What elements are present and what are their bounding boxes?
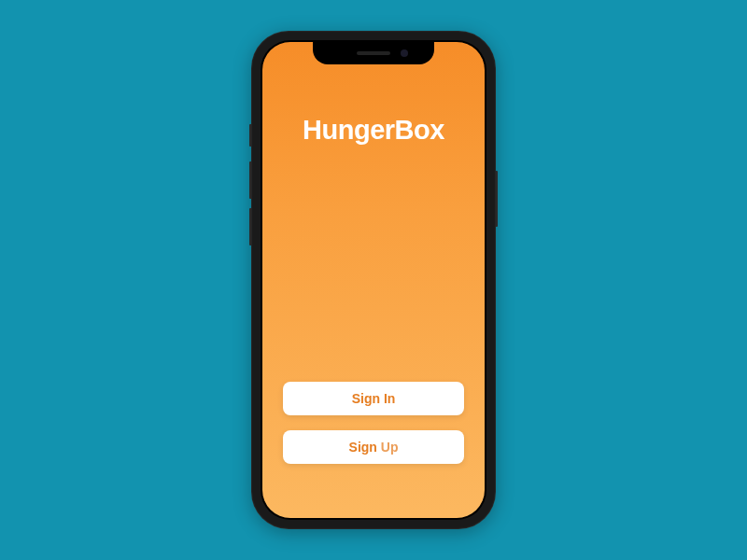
volume-up-button: [249, 161, 251, 199]
signup-button-label: Sign Up: [349, 440, 399, 455]
power-button: [496, 171, 498, 227]
signin-button-label: Sign In: [352, 391, 396, 406]
signup-button[interactable]: Sign Up: [283, 430, 464, 464]
speaker-grille: [357, 51, 390, 55]
phone-bezel: HungerBox Sign In Sign Up: [261, 40, 486, 520]
signin-button[interactable]: Sign In: [283, 382, 464, 415]
phone-notch: [313, 42, 434, 64]
app-logo-text: HungerBox: [303, 115, 444, 146]
app-screen: HungerBox Sign In Sign Up: [262, 42, 485, 518]
front-camera: [401, 49, 408, 57]
volume-down-button: [249, 208, 251, 245]
auth-buttons-container: Sign In Sign Up: [262, 382, 485, 464]
phone-device-frame: HungerBox Sign In Sign Up: [251, 31, 496, 529]
silence-switch: [249, 124, 251, 147]
